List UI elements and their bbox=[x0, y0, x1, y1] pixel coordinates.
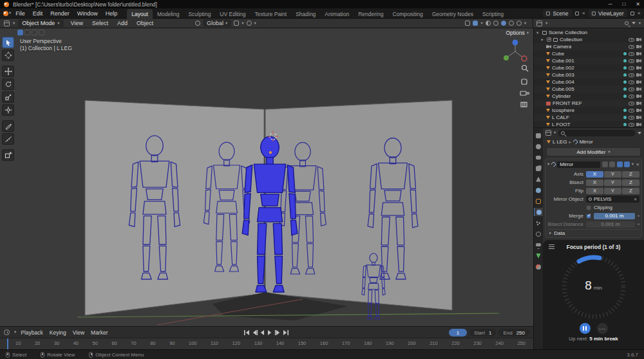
modifier-name-field[interactable]: Mirror bbox=[557, 161, 600, 168]
merge-checkbox[interactable] bbox=[586, 214, 591, 219]
properties-tab-view-layer[interactable] bbox=[534, 164, 543, 172]
hide-viewport-toggle[interactable] bbox=[629, 95, 634, 98]
timeline-ruler[interactable]: 1020304050607080901001101201301401501601… bbox=[0, 338, 533, 349]
timeline-editor-icon[interactable] bbox=[4, 329, 10, 335]
tool-transform[interactable] bbox=[2, 104, 14, 116]
shading-material-icon[interactable] bbox=[509, 21, 514, 26]
properties-tab-tool[interactable] bbox=[534, 131, 543, 140]
tool-cursor[interactable] bbox=[2, 50, 14, 61]
hide-viewport-toggle[interactable] bbox=[629, 87, 634, 91]
modifier-delete-button[interactable]: ✕ bbox=[636, 162, 639, 167]
options-dropdown[interactable]: Options ▾ bbox=[506, 30, 529, 36]
viewport-menu-item[interactable]: Object bbox=[133, 19, 157, 28]
modifier-cage-toggle[interactable] bbox=[609, 161, 615, 167]
workspace-tab[interactable]: Rendering bbox=[354, 9, 388, 19]
menu-item[interactable]: File bbox=[12, 9, 29, 18]
view-layer-selector[interactable]: ViewLayer bbox=[589, 9, 627, 17]
modifier-extras-caret[interactable]: ▾ bbox=[632, 162, 634, 167]
outliner-object-row[interactable]: Cube.005 bbox=[534, 86, 644, 93]
outliner-filter-icon[interactable] bbox=[632, 22, 636, 24]
properties-tab-output[interactable] bbox=[534, 153, 543, 161]
hide-viewport-toggle[interactable] bbox=[629, 66, 634, 70]
select-mode-lasso-icon[interactable] bbox=[39, 30, 44, 35]
outliner-object-row[interactable]: Cylinder bbox=[534, 93, 644, 100]
tool-select-box[interactable] bbox=[2, 37, 14, 48]
modifier-edit-mode-toggle[interactable] bbox=[602, 161, 608, 167]
outliner-editor-icon[interactable] bbox=[536, 21, 542, 26]
overlays-caret-icon[interactable]: ▾ bbox=[480, 21, 482, 26]
outliner-object-row[interactable]: Cube.002 bbox=[534, 64, 644, 71]
outliner-object-row[interactable]: Cube.004 bbox=[534, 78, 644, 86]
play-reverse-button[interactable] bbox=[261, 330, 264, 335]
workspace-tab[interactable]: Shading bbox=[291, 9, 320, 19]
menu-item[interactable]: Help bbox=[102, 9, 122, 18]
workspace-tab[interactable]: Texture Paint bbox=[251, 9, 292, 19]
disable-render-toggle[interactable] bbox=[636, 80, 641, 84]
modifier-render-toggle[interactable] bbox=[624, 161, 630, 167]
bisect-z-button[interactable]: Z bbox=[622, 180, 639, 186]
workspace-tab[interactable]: Scripting bbox=[478, 9, 508, 19]
select-mode-circle-icon[interactable] bbox=[32, 30, 37, 35]
flip-z-button[interactable]: Z bbox=[622, 188, 639, 194]
menu-item[interactable]: Edit bbox=[29, 9, 47, 18]
menu-item[interactable]: Render bbox=[46, 9, 73, 18]
outliner-object-row[interactable]: Camera bbox=[534, 43, 644, 50]
clipping-checkbox[interactable] bbox=[586, 205, 591, 210]
orientation-dropdown[interactable]: Global ▾ bbox=[203, 19, 231, 27]
hide-viewport-toggle[interactable] bbox=[629, 116, 634, 120]
disable-render-toggle[interactable] bbox=[636, 109, 641, 113]
outliner-object-row[interactable]: L CALF bbox=[534, 114, 644, 121]
bisect-distance-field[interactable]: 0.001 m bbox=[586, 221, 635, 228]
outliner-object-row[interactable]: Cube bbox=[534, 50, 644, 57]
frame-end-field[interactable]: End 250 bbox=[498, 329, 529, 336]
xray-toggle-icon[interactable] bbox=[486, 21, 491, 26]
jump-to-start-button[interactable] bbox=[244, 330, 249, 335]
axis-y-button[interactable]: Y bbox=[604, 171, 621, 178]
shading-caret-icon[interactable]: ▾ bbox=[524, 21, 526, 26]
disable-render-toggle[interactable] bbox=[636, 123, 641, 127]
shading-wireframe-icon[interactable] bbox=[493, 21, 498, 26]
menu-hamburger-icon[interactable] bbox=[549, 244, 554, 249]
workspace-tab[interactable]: Compositing bbox=[388, 9, 427, 19]
axis-x-button[interactable]: X bbox=[586, 171, 603, 178]
snap-caret-icon[interactable]: ▾ bbox=[242, 21, 243, 26]
viewport-menu-item[interactable]: View bbox=[67, 19, 87, 28]
shading-rendered-icon[interactable] bbox=[516, 21, 522, 26]
properties-tab-world[interactable] bbox=[534, 186, 543, 194]
scene-selector[interactable]: Scene bbox=[543, 9, 571, 17]
workspace-tab[interactable]: Animation bbox=[320, 9, 354, 19]
close-button[interactable]: ✕ bbox=[636, 1, 640, 7]
timeline-menu-item[interactable]: View bbox=[73, 329, 84, 336]
disable-render-toggle[interactable] bbox=[636, 66, 641, 70]
properties-tab-render[interactable] bbox=[534, 142, 543, 151]
data-section-header[interactable]: ▸ Data bbox=[547, 229, 639, 237]
snap-magnet-icon[interactable] bbox=[234, 21, 239, 26]
hide-viewport-toggle[interactable] bbox=[629, 45, 634, 49]
timeline-menu-item[interactable]: Playback bbox=[21, 329, 43, 336]
hide-viewport-toggle[interactable] bbox=[629, 52, 634, 56]
hide-viewport-toggle[interactable] bbox=[629, 38, 634, 42]
viewport-canvas[interactable] bbox=[0, 28, 533, 326]
hide-viewport-toggle[interactable] bbox=[629, 73, 634, 77]
disable-render-toggle[interactable] bbox=[636, 52, 641, 56]
pause-button[interactable] bbox=[580, 323, 591, 334]
tool-add-cube[interactable] bbox=[2, 149, 14, 161]
properties-tab-particles[interactable] bbox=[534, 219, 543, 227]
properties-editor-icon[interactable] bbox=[545, 130, 551, 136]
delete-view-layer-button[interactable]: ✕ bbox=[638, 11, 641, 16]
bisect-y-button[interactable]: Y bbox=[604, 180, 621, 186]
hide-viewport-toggle[interactable] bbox=[629, 123, 634, 127]
animate-dot-icon[interactable] bbox=[638, 215, 639, 217]
select-mode-tweak-icon[interactable] bbox=[17, 30, 23, 35]
proportional-caret-icon[interactable]: ▾ bbox=[254, 21, 256, 26]
expand-caret-icon[interactable]: ▾ bbox=[541, 37, 545, 42]
timeline-menu-item[interactable]: Keying bbox=[50, 329, 66, 336]
properties-tab-modifiers[interactable] bbox=[534, 208, 543, 216]
play-button[interactable] bbox=[268, 330, 271, 335]
select-mode-box-icon[interactable] bbox=[24, 30, 30, 35]
workspace-tab[interactable]: UV Editing bbox=[215, 9, 250, 19]
hide-viewport-toggle[interactable] bbox=[629, 102, 634, 106]
outliner-root-row[interactable]: ▾ Scene Collection bbox=[534, 29, 644, 36]
disable-render-toggle[interactable] bbox=[636, 45, 641, 49]
axis-z-button[interactable]: Z bbox=[622, 171, 639, 178]
